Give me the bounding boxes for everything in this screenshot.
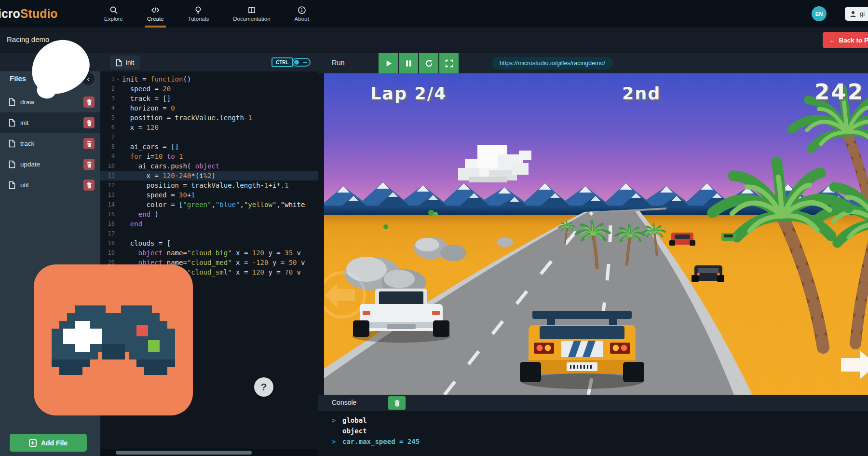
code-text: end <box>121 219 142 229</box>
project-name: Racing demo <box>7 35 49 43</box>
language-badge[interactable]: EN <box>812 6 827 21</box>
code-text: for i=10 to 1 <box>121 152 183 161</box>
console-prompt: > <box>332 438 342 445</box>
line-number: 5 <box>100 113 115 123</box>
play-button[interactable] <box>379 53 398 73</box>
code-line-1[interactable]: 1-init = function() <box>100 74 318 84</box>
nav-item-explore[interactable]: Explore <box>101 0 126 28</box>
line-number: 13 <box>100 190 115 200</box>
logo-part2: Studio <box>20 7 58 21</box>
delete-file-button[interactable] <box>83 117 95 128</box>
file-item-update[interactable]: update <box>0 154 100 175</box>
scrollbar-thumb[interactable] <box>116 451 252 455</box>
code-line-6[interactable]: 6 x = 120 <box>100 123 318 132</box>
code-lines: 1-init = function()2 speed = 203 track =… <box>100 71 318 277</box>
reload-button[interactable] <box>419 53 438 73</box>
delete-file-button[interactable] <box>83 138 95 149</box>
microstudio-logo[interactable]: icroStudio <box>0 0 58 28</box>
console-text: car.max_speed = 245 <box>342 438 420 445</box>
code-line-7[interactable]: 7 <box>100 132 318 142</box>
file-item-init[interactable]: init <box>0 112 100 133</box>
help-button[interactable]: ? <box>254 377 273 397</box>
code-line-12[interactable]: 12 position = trackValue.length-1+i*.1 <box>100 180 318 190</box>
nav-items: ExploreCreateTutorialsDocumentationAbout <box>101 0 312 28</box>
ai-car-red <box>669 233 695 246</box>
code-line-3[interactable]: 3 track = [] <box>100 94 318 103</box>
code-line-9[interactable]: 9 for i=10 to 1 <box>100 152 318 161</box>
fold-marker <box>115 229 121 238</box>
fold-marker <box>115 248 121 258</box>
info-icon <box>298 6 306 14</box>
fold-marker <box>115 171 121 180</box>
editor-horizontal-scrollbar[interactable] <box>100 449 318 456</box>
line-number: 19 <box>100 248 115 258</box>
nav-item-tutorials[interactable]: Tutorials <box>185 0 212 28</box>
fold-marker <box>115 238 121 248</box>
fold-marker <box>115 161 121 171</box>
clear-console-button[interactable] <box>388 396 406 410</box>
pause-button[interactable] <box>399 53 418 73</box>
file-icon <box>9 160 15 168</box>
fold-marker <box>115 209 121 219</box>
code-line-10[interactable]: 10 ai_cars.push( object <box>100 161 318 171</box>
file-item-track[interactable]: track <box>0 133 100 154</box>
game-screen[interactable]: Lap 2/4 2nd 242 <box>324 73 868 395</box>
code-text: speed = 20 <box>121 84 171 94</box>
project-url[interactable]: https://microstudio.io/gilles/racingdemo… <box>492 57 613 69</box>
line-number: 15 <box>100 209 115 219</box>
console-bar: Console <box>318 395 868 411</box>
fold-marker <box>115 219 121 229</box>
add-file-label: Add File <box>41 439 68 447</box>
code-line-18[interactable]: 18 clouds = [ <box>100 238 318 248</box>
code-line-17[interactable]: 17 <box>100 229 318 238</box>
nav-item-label: Create <box>147 16 164 22</box>
fold-marker <box>115 142 121 152</box>
hud-score: 242 <box>814 79 864 105</box>
console-lines[interactable]: >globalobject>car.max_speed = 245 <box>318 411 868 456</box>
code-line-4[interactable]: 4 horizon = 0 <box>100 103 318 113</box>
add-file-button[interactable]: Add File <box>10 434 87 452</box>
delete-file-button[interactable] <box>83 97 95 108</box>
book-icon <box>247 6 256 14</box>
trash-icon <box>394 400 400 407</box>
delete-file-button[interactable] <box>83 180 95 191</box>
code-line-5[interactable]: 5 position = trackValue.length-1 <box>100 113 318 123</box>
code-line-16[interactable]: 16 end <box>100 219 318 229</box>
reload-icon <box>424 59 434 68</box>
file-item-util[interactable]: util <box>0 175 100 195</box>
hud-position: 2nd <box>622 84 661 103</box>
fullscreen-button[interactable] <box>439 53 459 73</box>
code-line-11[interactable]: 11 x = 120-240*(i%2) <box>100 171 318 180</box>
nav-item-label: Documentation <box>233 16 270 22</box>
back-to-projects-button[interactable]: ← Back to Proj <box>823 32 868 48</box>
fold-marker <box>115 190 121 200</box>
code-text: position = trackValue.length-1 <box>121 113 252 123</box>
code-text: ai_cars.push( object <box>121 161 219 171</box>
files-header: Files <box>10 74 26 83</box>
code-line-2[interactable]: 2 speed = 20 <box>100 84 318 94</box>
code-text: speed = 30+i <box>121 190 195 200</box>
code-line-8[interactable]: 8 ai_cars = [] <box>100 142 318 152</box>
user-button[interactable]: gi <box>845 7 868 21</box>
toggle-dash-icon <box>303 62 307 63</box>
delete-file-button[interactable] <box>83 159 95 170</box>
nav-item-label: About <box>295 16 309 22</box>
ai-car-green <box>721 233 736 241</box>
fold-marker[interactable]: - <box>115 74 121 84</box>
nav-item-documentation[interactable]: Documentation <box>230 0 273 28</box>
code-text: ai_cars = [] <box>121 142 179 152</box>
editor-toggle[interactable] <box>292 58 311 67</box>
nav-item-create[interactable]: Create <box>144 0 167 28</box>
nav-item-about[interactable]: About <box>292 0 312 28</box>
code-text: x = 120 <box>121 123 159 132</box>
code-line-14[interactable]: 14 color = ["green","blue","yellow","whi… <box>100 200 318 209</box>
code-line-15[interactable]: 15 end ) <box>100 209 318 219</box>
line-number: 6 <box>100 123 115 132</box>
tab-init[interactable]: init <box>110 55 140 69</box>
hud-lap: Lap 2/4 <box>370 84 447 103</box>
code-line-19[interactable]: 19 object name="cloud_big" x = 120 y = 3… <box>100 248 318 258</box>
code-line-13[interactable]: 13 speed = 30+i <box>100 190 318 200</box>
run-label: Run <box>332 59 345 67</box>
gamepad-icon <box>52 298 175 383</box>
run-controls <box>379 53 459 73</box>
